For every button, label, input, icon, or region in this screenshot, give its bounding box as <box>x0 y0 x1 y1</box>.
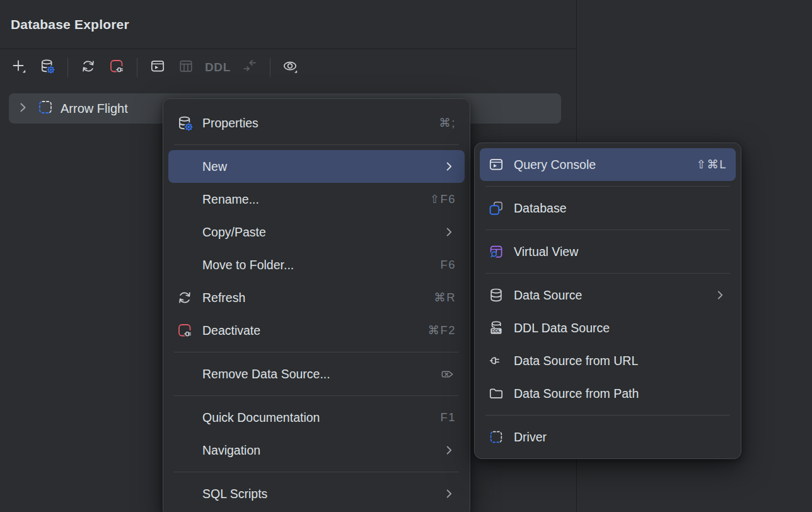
deactivate-icon <box>108 58 125 77</box>
menu-item-properties[interactable]: Properties ⌘; <box>168 107 465 139</box>
menu-item-deactivate[interactable]: Deactivate ⌘F2 <box>168 314 465 347</box>
database-gear-icon <box>39 58 55 77</box>
empty-icon-gutter <box>176 158 194 175</box>
refresh-icon <box>80 58 96 77</box>
driver-icon <box>487 428 505 446</box>
submenu-item-database[interactable]: Database <box>480 192 736 224</box>
view-options-button[interactable] <box>280 57 301 78</box>
ddl-button: DDL <box>204 57 232 78</box>
menu-item-label: Move to Folder... <box>202 258 294 272</box>
tree-item-label: Arrow Flight <box>61 102 128 116</box>
submenu-item-driver[interactable]: Driver <box>480 421 736 453</box>
data-source-properties-button[interactable] <box>37 57 58 78</box>
ddl-data-source-icon: DDL <box>487 319 505 337</box>
data-source-icon <box>487 286 505 304</box>
new-item-button[interactable] <box>8 57 30 78</box>
menu-item-label: Deactivate <box>202 323 260 338</box>
submenu-item-virtual-view[interactable]: Virtual View <box>480 235 736 268</box>
submenu-arrow-icon <box>442 225 456 239</box>
empty-icon-gutter <box>176 485 194 503</box>
menu-item-label: Remove Data Source... <box>202 367 330 381</box>
toolbar-divider <box>270 58 270 77</box>
menu-item-copy-paste[interactable]: Copy/Paste <box>168 216 465 248</box>
refresh-icon <box>176 289 194 306</box>
chevron-right-icon[interactable] <box>15 100 30 117</box>
menu-item-quick-documentation[interactable]: Quick Documentation F1 <box>168 401 465 434</box>
table-icon <box>178 58 194 77</box>
submenu-item-label: DDL Data Source <box>514 321 610 335</box>
menu-item-sql-scripts[interactable]: SQL Scripts <box>168 477 465 510</box>
open-table-button <box>175 57 197 78</box>
menu-item-label: Navigation <box>202 443 260 458</box>
menu-separator <box>485 415 730 416</box>
submenu-item-shortcut: ⇧⌘L <box>696 158 727 172</box>
menu-item-shortcut: F6 <box>440 258 456 272</box>
empty-icon-gutter <box>176 223 194 241</box>
menu-separator <box>174 144 459 145</box>
menu-item-label: Quick Documentation <box>202 410 320 425</box>
submenu-item-label: Database <box>514 201 566 216</box>
database-gear-icon <box>176 114 194 132</box>
submenu-item-ddl-data-source[interactable]: DDL DDL Data Source <box>480 311 736 344</box>
menu-item-label: SQL Scripts <box>202 487 267 501</box>
driver-icon <box>37 98 54 119</box>
query-console-icon <box>487 156 505 173</box>
deactivate-button[interactable] <box>106 57 127 78</box>
submenu-arrow-icon <box>713 288 727 302</box>
menu-item-shortcut: ⌘; <box>439 116 456 130</box>
submenu-item-query-console[interactable]: Query Console ⇧⌘L <box>480 148 736 181</box>
menu-item-shortcut: ⇧F6 <box>429 192 456 206</box>
submenu-item-label: Query Console <box>514 158 596 172</box>
menu-item-rename[interactable]: Rename... ⇧F6 <box>168 183 465 216</box>
menu-separator <box>485 186 730 187</box>
menu-item-refresh[interactable]: Refresh ⌘R <box>168 281 465 314</box>
jump-to-query-console-button[interactable] <box>147 57 168 78</box>
toolbar-divider <box>67 58 68 77</box>
menu-item-move-to-folder[interactable]: Move to Folder... F6 <box>168 248 465 281</box>
empty-icon-gutter <box>176 409 194 426</box>
menu-item-shortcut: ⌘R <box>434 291 456 305</box>
submenu-item-label: Data Source from Path <box>514 387 639 401</box>
context-menu: Properties ⌘; New Rename... ⇧F6 Copy/Pas… <box>163 98 470 512</box>
menu-separator <box>174 472 459 472</box>
menu-separator <box>485 273 730 274</box>
new-submenu: Query Console ⇧⌘L Database <box>474 143 741 459</box>
menu-separator <box>174 352 459 352</box>
deactivate-icon <box>176 322 194 339</box>
toolbar: DDL <box>0 49 576 86</box>
submenu-item-label: Virtual View <box>514 245 578 259</box>
database-icon <box>487 199 505 217</box>
submenu-item-data-source[interactable]: Data Source <box>480 279 736 311</box>
panel-header: Database Explorer <box>0 0 576 49</box>
submenu-arrow-icon <box>442 487 456 501</box>
delete-icon <box>440 366 456 382</box>
menu-item-label: New <box>202 160 227 174</box>
menu-item-shortcut: ⌘F2 <box>427 323 456 337</box>
menu-separator <box>174 395 459 396</box>
submenu-item-label: Driver <box>514 430 547 445</box>
submenu-item-label: Data Source from URL <box>514 354 638 368</box>
plug-icon <box>487 352 505 369</box>
empty-icon-gutter <box>176 441 194 459</box>
svg-text:DDL: DDL <box>492 329 501 333</box>
database-explorer-window: Database Explorer <box>0 0 812 512</box>
ddl-label: DDL <box>204 61 232 74</box>
empty-icon-gutter <box>176 256 194 274</box>
empty-icon-gutter <box>176 365 194 383</box>
menu-item-navigation[interactable]: Navigation <box>168 434 465 467</box>
jump-to-ddl-button <box>239 57 260 78</box>
submenu-item-data-source-from-url[interactable]: Data Source from URL <box>480 344 736 377</box>
menu-item-remove-data-source[interactable]: Remove Data Source... <box>168 358 465 390</box>
menu-item-label: Properties <box>202 116 258 131</box>
query-console-icon <box>149 58 166 77</box>
menu-item-label: Rename... <box>202 192 259 207</box>
submenu-item-data-source-from-path[interactable]: Data Source from Path <box>480 377 736 410</box>
menu-item-new[interactable]: New <box>168 150 465 183</box>
refresh-button[interactable] <box>78 57 99 78</box>
submenu-arrow-icon <box>442 160 456 173</box>
menu-item-shortcut: F1 <box>440 410 456 424</box>
jump-to-ddl-icon <box>241 58 258 77</box>
menu-item-label: Refresh <box>202 291 245 305</box>
page-title: Database Explorer <box>11 17 129 32</box>
menu-separator <box>485 230 730 230</box>
